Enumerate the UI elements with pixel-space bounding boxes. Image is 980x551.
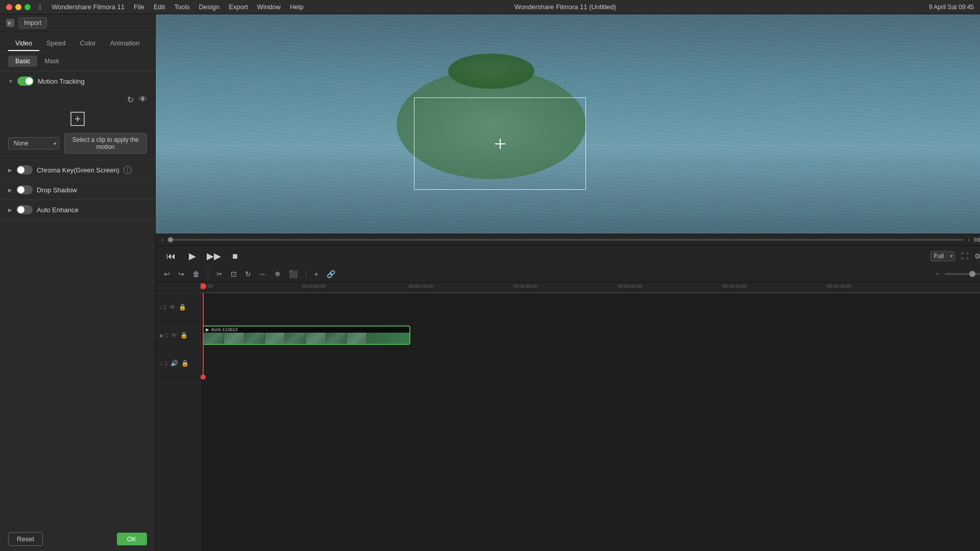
chroma-key-title: Chroma Key(Green Screen) — [37, 166, 119, 174]
toolbar-sep-1 — [208, 269, 208, 279]
tab-animation[interactable]: Animation — [103, 36, 147, 51]
auto-enhance-section-header[interactable]: ▶ Auto Enhance — [0, 200, 155, 219]
clip-thumbnail-7 — [326, 333, 347, 344]
clip-thumbnail-2 — [224, 333, 244, 344]
prev-frame-button[interactable]: ‹ — [162, 236, 164, 243]
menu-tools[interactable]: Tools — [174, 3, 189, 11]
visibility-icon[interactable]: 👁 — [139, 95, 147, 105]
freeze-icon[interactable]: ❄ — [273, 269, 283, 279]
subtab-mask[interactable]: Mask — [37, 56, 66, 67]
tab-speed[interactable]: Speed — [39, 36, 73, 51]
clip-header: ▶ duck-112613 — [204, 327, 409, 333]
subtab-basic[interactable]: Basic — [8, 56, 37, 67]
playback-right-controls: Full ⛶ ⚙ 🔊 ⋯ — [930, 251, 981, 261]
import-bar: F Import — [0, 14, 155, 32]
import-button[interactable]: Import — [18, 17, 47, 29]
minimize-window-button[interactable] — [15, 4, 21, 10]
redo-icon[interactable]: ↪ — [176, 269, 186, 279]
ruler-baseline — [201, 292, 981, 293]
properties-scroll-area: ▼ Motion Tracking ↻ 👁 None — [0, 71, 155, 527]
delete-icon[interactable]: 🗑 — [190, 269, 202, 279]
fast-forward-button[interactable]: ▶▶ — [207, 249, 221, 263]
clip-name: duck-112613 — [211, 327, 238, 332]
track-video-1-lock-icon[interactable]: 🔒 — [180, 332, 188, 339]
zoom-bar: － ＋ ⊞ — [932, 268, 981, 280]
tracks-body: ▶ duck-112613 — [201, 293, 981, 378]
tracking-crosshair-icon — [495, 139, 505, 149]
zoom-out-icon[interactable]: － — [932, 268, 943, 280]
preview-video — [156, 14, 981, 234]
chroma-key-toggle[interactable] — [16, 165, 33, 174]
play-pause-button[interactable]: ▶ — [185, 249, 200, 263]
track-label-2: ♪ 2 👁 🔒 — [156, 293, 200, 321]
chroma-key-section-header[interactable]: ▶ Chroma Key(Green Screen) i — [0, 160, 155, 180]
drop-shadow-toggle[interactable] — [16, 185, 33, 194]
cut-icon[interactable]: ✂ — [214, 269, 225, 279]
playhead[interactable] — [203, 293, 204, 378]
maximize-window-button[interactable] — [24, 4, 31, 10]
menu-app[interactable]: Wondershare Filmora 11 — [52, 3, 125, 11]
motion-target-select-wrapper[interactable]: None — [8, 137, 59, 149]
fullscreen-icon[interactable]: ⛶ — [961, 252, 968, 260]
menu-file[interactable]: File — [134, 3, 144, 11]
panel-footer: Reset OK — [0, 527, 155, 551]
playback-progress-bar[interactable]: ‹ › 00:00:00:00 — [156, 234, 981, 246]
menu-edit[interactable]: Edit — [154, 3, 165, 11]
timeline-content: ♪ 2 👁 🔒 ▶ 1 👁 🔒 ♫ 1 🔊 🔒 — [156, 282, 981, 551]
track-labels: ♪ 2 👁 🔒 ▶ 1 👁 🔒 ♫ 1 🔊 🔒 — [156, 282, 201, 551]
link-icon[interactable]: 🔗 — [325, 269, 337, 279]
clip-thumbnail-4 — [265, 333, 285, 344]
ruler-mark-5: 00:00:05:00 — [302, 284, 326, 289]
tracks-scroll-area[interactable]: 00:00 00:00:05:00 00:00:10:00 00:00:15:0… — [201, 282, 981, 551]
quality-select[interactable]: Full — [930, 251, 955, 261]
rewind-button[interactable]: ⏮ — [164, 249, 178, 263]
audio-icon[interactable]: ↔ — [257, 269, 268, 279]
apple-icon[interactable]:  — [39, 3, 41, 11]
add-media-icon[interactable]: + — [312, 269, 321, 279]
motion-target-select[interactable]: None — [8, 137, 59, 149]
settings-icon[interactable]: ⚙ — [974, 252, 981, 260]
clip-thumbnail-6 — [306, 333, 326, 344]
undo-icon[interactable]: ↩ — [162, 269, 172, 279]
tab-video[interactable]: Video — [8, 36, 39, 51]
zoom-thumb[interactable] — [969, 271, 975, 277]
tab-color[interactable]: Color — [73, 36, 103, 51]
reset-button[interactable]: Reset — [8, 532, 43, 546]
select-icon[interactable]: ⬛ — [287, 269, 300, 279]
zoom-slider[interactable] — [945, 273, 981, 275]
apply-motion-button[interactable]: Select a clip to apply the motion — [64, 133, 147, 154]
close-window-button[interactable] — [6, 4, 12, 10]
drop-shadow-section-header[interactable]: ▶ Drop Shadow — [0, 180, 155, 199]
timeline-area: ↩ ↪ 🗑 ✂ ⊡ ↻ ↔ ❄ ⬛ + 🔗 － ＋ — [156, 266, 981, 551]
motion-tracking-toggle[interactable] — [17, 77, 34, 86]
speed-icon[interactable]: ↻ — [243, 269, 253, 279]
ruler-mark-25: 00:00:25:00 — [723, 284, 747, 289]
track-2-eye-icon[interactable]: 👁 — [169, 304, 176, 311]
svg-text:F: F — [8, 21, 11, 26]
motion-tracking-section-header[interactable]: ▼ Motion Tracking — [0, 71, 155, 91]
next-frame-button[interactable]: › — [968, 236, 970, 243]
app-icon: F — [6, 19, 14, 27]
progress-bar[interactable] — [168, 239, 964, 241]
mac-window-controls[interactable] — [6, 4, 31, 10]
track-audio-1-lock-icon[interactable]: 🔒 — [181, 360, 189, 367]
properties-panel: F Import Video Speed Color Animation Bas… — [0, 14, 156, 551]
auto-enhance-toggle[interactable] — [16, 205, 33, 214]
datetime-display: 9 April Sat 09:45 — [929, 4, 974, 11]
chroma-key-info-icon[interactable]: i — [124, 166, 132, 174]
track-video-1-eye-icon[interactable]: 👁 — [171, 332, 177, 339]
refresh-icon[interactable]: ↻ — [127, 95, 134, 105]
quality-select-wrapper[interactable]: Full — [930, 251, 955, 261]
window-title: Wondershare Filmora 11 (Untitled) — [210, 3, 921, 11]
video-clip-duck[interactable]: ▶ duck-112613 — [203, 325, 410, 345]
auto-enhance-chevron: ▶ — [8, 207, 12, 213]
crop-icon[interactable]: ⊡ — [229, 269, 239, 279]
track-audio-1-speaker-icon[interactable]: 🔊 — [170, 360, 178, 367]
stop-button[interactable]: ■ — [228, 249, 242, 263]
ruler-mark-20: 00:00:20:00 — [618, 284, 643, 289]
track-2-lock-icon[interactable]: 🔒 — [179, 304, 186, 311]
ok-button[interactable]: OK — [117, 533, 147, 545]
clip-thumbnail-5 — [285, 333, 306, 344]
track-label-video-1: ▶ 1 👁 🔒 — [156, 321, 200, 349]
tracking-box — [414, 97, 586, 190]
